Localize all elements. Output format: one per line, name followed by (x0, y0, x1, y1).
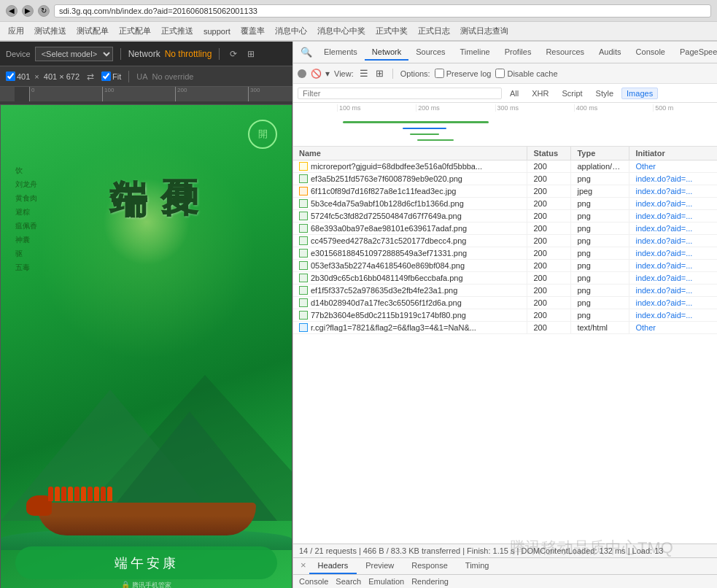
cell-type-11: png (571, 297, 629, 309)
override-label: No override (152, 72, 194, 81)
bookmark-4[interactable]: 正式推送 (158, 25, 197, 37)
device-label: Device (6, 50, 31, 58)
tab-headers[interactable]: Headers (309, 558, 357, 574)
bottom-button[interactable]: 端午安康 (15, 546, 277, 579)
devtools-search-icon[interactable]: 🔍 (296, 47, 317, 58)
rendering-tab[interactable]: Rendering (411, 577, 449, 586)
cell-type-8: png (571, 260, 629, 271)
record-button[interactable] (298, 69, 306, 78)
bottom-logo: 🔒 腾讯手机管家 (121, 581, 171, 588)
cell-status-13: 200 (527, 322, 571, 333)
forward-button[interactable]: ▶ (22, 5, 34, 17)
rotate-icon[interactable]: ⟳ (227, 47, 240, 61)
device-select[interactable]: <Select model> (35, 47, 113, 61)
bookmark-5[interactable]: support (200, 26, 234, 36)
filter-icon[interactable]: ▾ (325, 69, 330, 79)
filter-all[interactable]: All (505, 88, 524, 99)
table-row[interactable]: 68e393a0ba97e8ae98101e639617adaf.png 200… (293, 223, 717, 235)
throttle-label[interactable]: No throttling (165, 49, 212, 59)
address-bar[interactable]: sdi.3g.qq.com/nb/index.do?aid=2016060815… (54, 4, 711, 18)
tab-elements[interactable]: Elements (317, 45, 365, 61)
cell-status-4: 200 (527, 210, 571, 222)
open-badge: 開 (248, 120, 277, 149)
table-row[interactable]: cc4579eed4278a2c731c520177dbecc4.png 200… (293, 235, 717, 247)
separator-3 (128, 71, 129, 82)
bookmark-3[interactable]: 正式配单 (115, 25, 155, 37)
bookmark-6[interactable]: 覆盖率 (237, 25, 268, 37)
filter-xhr[interactable]: XHR (527, 88, 554, 99)
table-row[interactable]: 77b2b3604e85d0c2115b1919c174bf80.png 200… (293, 309, 717, 322)
cell-status-10: 200 (527, 285, 571, 296)
cell-type-1: png (571, 173, 629, 185)
header-name: Name (293, 147, 527, 160)
cell-name-2: 6f11c0f89d7d16f827a8e1c11fead3ec.jpg (293, 185, 527, 197)
swap-icon[interactable]: ⇄ (84, 70, 97, 83)
bookmark-2[interactable]: 测试配单 (73, 25, 112, 37)
tab-console[interactable]: Console (629, 45, 673, 61)
tab-timing[interactable]: Timing (457, 558, 498, 574)
tab-pagespeed[interactable]: PageSpeed (673, 45, 717, 61)
bookmark-10[interactable]: 正式日志 (414, 25, 454, 37)
file-icon-10 (299, 286, 308, 295)
cell-status-5: 200 (527, 223, 571, 234)
bookmark-7[interactable]: 消息中心 (271, 25, 311, 37)
cell-name-1: ef3a5b251fd5763e7f6008789eb9e020.png (293, 173, 527, 185)
disable-cache-checkbox[interactable]: Disable cache (495, 69, 557, 78)
clear-button[interactable]: 🚫 (311, 69, 321, 79)
zoom-icon[interactable]: ⊞ (244, 47, 257, 61)
tab-sources[interactable]: Sources (408, 45, 452, 61)
table-row[interactable]: ef3a5b251fd5763e7f6008789eb9e020.png 200… (293, 173, 717, 185)
grid-view-icon[interactable]: ⊞ (374, 68, 385, 79)
filter-script[interactable]: Script (557, 88, 587, 99)
cell-status-6: 200 (527, 235, 571, 247)
list-view-icon[interactable]: ☰ (358, 68, 370, 79)
cell-initiator-9: index.do?aid=... (629, 272, 717, 284)
back-button[interactable]: ◀ (6, 5, 18, 17)
network-label: Network (128, 49, 160, 59)
bookmark-8[interactable]: 消息中心中奖 (314, 25, 369, 37)
bookmark-11[interactable]: 测试日志查询 (457, 25, 512, 37)
device-viewport: 開 饮刘龙舟黄食肉避粽瘟佩香神囊驱五毒 仲夏端午 (0, 101, 292, 588)
timeline-ruler: 100 ms 200 ms 300 ms 400 ms 500 m (293, 103, 717, 112)
fit-checkbox[interactable]: Fit (101, 71, 121, 81)
filter-input[interactable] (298, 88, 502, 99)
tab-resources[interactable]: Resources (538, 45, 592, 61)
close-panel-button[interactable]: × (298, 558, 309, 574)
search-tab[interactable]: Search (336, 577, 361, 586)
tab-response[interactable]: Response (403, 558, 457, 574)
table-row[interactable]: d14b028940d7a17fec3c65056f1f2d6a.png 200… (293, 297, 717, 309)
bookmark-9[interactable]: 正式中奖 (372, 25, 411, 37)
timeline-mark-200: 200 ms (416, 104, 495, 112)
file-icon-13 (299, 323, 308, 332)
tab-audits[interactable]: Audits (592, 45, 629, 61)
table-row[interactable]: e3015681884510972888549a3ef71331.png 200… (293, 247, 717, 260)
table-row[interactable]: ef1f5f337c52a978635d3e2fb4fe23a1.png 200… (293, 285, 717, 297)
tab-timeline[interactable]: Timeline (453, 45, 497, 61)
bookmark-1[interactable]: 测试推送 (31, 25, 70, 37)
table-row[interactable]: 053ef33a5b2274a46185460e869bf084.png 200… (293, 260, 717, 272)
table-row[interactable]: microreport?gjguid=68dbdfee3e516a0fd5bbb… (293, 160, 717, 173)
table-row[interactable]: 5b3ce4da75a9abf10b128d6cf1b1366d.png 200… (293, 198, 717, 210)
header-type: Type (571, 147, 629, 160)
cell-name-4: 5724fc5c3fd82d725504847d67f7649a.png (293, 210, 527, 222)
file-icon-4 (299, 212, 308, 220)
bookmark-apps[interactable]: 应用 (4, 25, 28, 37)
tab-network[interactable]: Network (365, 45, 408, 61)
separator-1 (120, 48, 121, 60)
filter-images[interactable]: Images (621, 88, 658, 99)
preserve-log-checkbox[interactable]: Preserve log (435, 69, 492, 78)
table-row[interactable]: 2b30d9c65cb16bb0481149fb6eccbafa.png 200… (293, 272, 717, 285)
emulation-tab[interactable]: Emulation (368, 577, 404, 586)
table-row[interactable]: 6f11c0f89d7d16f827a8e1c11fead3ec.jpg 200… (293, 185, 717, 198)
tab-preview[interactable]: Preview (357, 558, 403, 574)
console-tab[interactable]: Console (299, 577, 328, 586)
timeline-area: 100 ms 200 ms 300 ms 400 ms 500 m (293, 103, 717, 147)
table-row[interactable]: r.cgi?flag1=7821&flag2=6&flag3=4&1=NaN&.… (293, 322, 717, 334)
tab-profiles[interactable]: Profiles (497, 45, 539, 61)
main-container: Device <Select model> Network No throttl… (0, 42, 717, 588)
bookmarks-bar: 应用 测试推送 测试配单 正式配单 正式推送 support 覆盖率 消息中心 … (0, 22, 717, 41)
table-row[interactable]: 5724fc5c3fd82d725504847d67f7649a.png 200… (293, 210, 717, 223)
filter-style[interactable]: Style (591, 88, 619, 99)
checkbox-401[interactable]: 401 (6, 71, 30, 81)
reload-button[interactable]: ↻ (38, 5, 50, 17)
